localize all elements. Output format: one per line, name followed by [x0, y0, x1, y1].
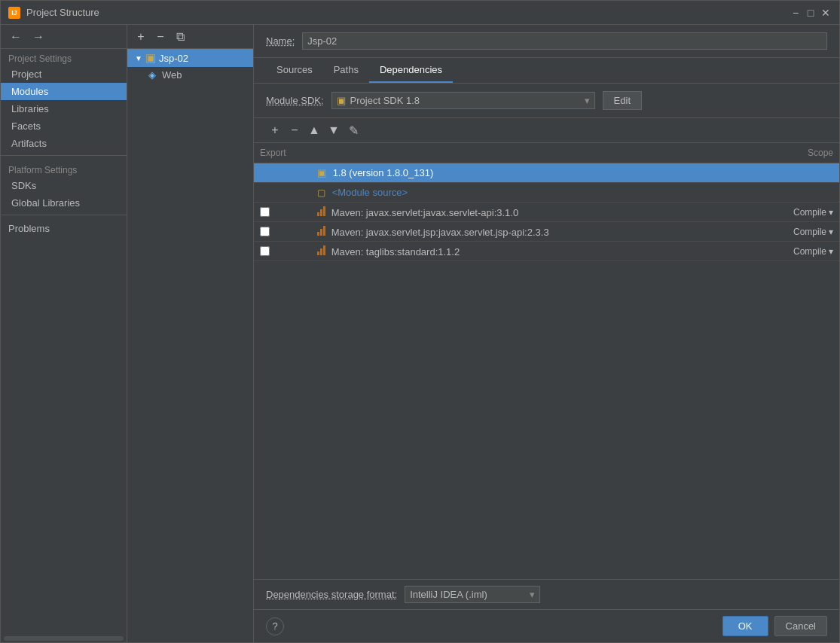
move-up-dep-button[interactable]: ▲: [305, 121, 323, 139]
dep-name-maven1: Maven: javax.servlet:javax.servlet-api:3…: [314, 204, 749, 220]
module-folder-icon: ▣: [145, 51, 156, 65]
sidebar-item-problems[interactable]: Problems: [1, 218, 127, 239]
edit-dep-button[interactable]: ✎: [344, 121, 362, 139]
table-row[interactable]: Maven: taglibs:standard:1.1.2 Compile ▾: [254, 242, 839, 261]
sidebar: ← → Project Settings Project Modules Lib…: [1, 25, 127, 642]
dep-table: Export Scope ▣ 1.8 (version 1.8.0_131): [254, 143, 839, 361]
move-down-dep-button[interactable]: ▼: [325, 121, 343, 139]
sdk-dep-folder-icon: ▣: [317, 167, 326, 178]
tab-paths[interactable]: Paths: [323, 58, 369, 83]
dep-name-maven2: Maven: javax.servlet.jsp:javax.servlet.j…: [314, 224, 749, 239]
dep-scope-maven1[interactable]: Compile ▾: [749, 206, 839, 219]
dep-check-maven1[interactable]: [254, 206, 314, 218]
divider: [1, 155, 127, 156]
module-sdk-row: Module SDK: ▣ Project SDK 1.8 ▾ Edit: [254, 84, 839, 118]
ok-button[interactable]: OK: [722, 616, 768, 636]
window-controls: − □ ✕: [790, 7, 832, 19]
scope-arrow2-icon: ▾: [829, 227, 833, 237]
remove-module-button[interactable]: −: [151, 28, 170, 46]
dep-check-maven2[interactable]: [254, 225, 314, 238]
sidebar-item-facets[interactable]: Facets: [1, 117, 127, 135]
table-header: Export Scope: [254, 143, 839, 163]
sidebar-item-artifacts[interactable]: Artifacts: [1, 135, 127, 152]
maximize-button[interactable]: □: [805, 7, 817, 19]
storage-format-bar: Dependencies storage format: IntelliJ ID…: [254, 579, 839, 609]
module-toolbar: + − ⧉: [127, 25, 253, 49]
dep-name-maven3: Maven: taglibs:standard:1.1.2: [314, 243, 749, 259]
dep-scope-module-source: [749, 191, 839, 194]
title-bar: IJ Project Structure − □ ✕: [1, 1, 839, 25]
scope-arrow3-icon: ▾: [829, 246, 833, 257]
dep-check-sdk: [254, 172, 314, 175]
sidebar-item-sdks[interactable]: SDKs: [1, 177, 127, 194]
edit-sdk-button[interactable]: Edit: [603, 91, 642, 110]
help-button[interactable]: ?: [266, 617, 284, 635]
col-name: [314, 146, 749, 160]
action-bar: ? OK Cancel: [254, 609, 839, 642]
module-tree: ▼ ▣ Jsp-02 ◈ Web: [127, 49, 253, 642]
table-row[interactable]: ▢ <Module source>: [254, 183, 839, 203]
dep-check-maven3[interactable]: [254, 245, 314, 258]
project-structure-window: IJ Project Structure − □ ✕ ← → Project S…: [0, 0, 840, 643]
table-row[interactable]: Maven: javax.servlet.jsp:javax.servlet.j…: [254, 222, 839, 242]
divider2: [1, 215, 127, 215]
dep-scope-maven2[interactable]: Compile ▾: [749, 225, 839, 239]
back-button[interactable]: ←: [7, 29, 25, 45]
maven3-icon: [317, 246, 331, 258]
app-icon: IJ: [8, 7, 20, 19]
sidebar-scrollbar[interactable]: [4, 636, 124, 641]
cancel-button[interactable]: Cancel: [774, 616, 827, 636]
window-title: Project Structure: [26, 7, 790, 18]
add-dep-button[interactable]: +: [266, 121, 284, 139]
dep-scope-sdk: [749, 172, 839, 175]
sidebar-item-project[interactable]: Project: [1, 66, 127, 83]
platform-settings-label: Platform Settings: [1, 159, 127, 177]
remove-dep-button[interactable]: −: [286, 121, 304, 139]
tab-sources[interactable]: Sources: [266, 58, 323, 83]
name-label: Name:: [266, 35, 295, 47]
module-source-icon: ▢: [317, 187, 325, 198]
module-list-panel: + − ⧉ ▼ ▣ Jsp-02 ◈ Web: [127, 25, 254, 642]
module-tree-item-jsp02[interactable]: ▼ ▣ Jsp-02: [127, 49, 253, 67]
table-row[interactable]: Maven: javax.servlet:javax.servlet-api:3…: [254, 203, 839, 222]
scope-arrow-icon: ▾: [829, 207, 833, 218]
dep-name-module-source: ▢ <Module source>: [314, 185, 749, 200]
storage-format-label: Dependencies storage format:: [266, 589, 397, 600]
minimize-button[interactable]: −: [790, 7, 802, 19]
dep-toolbar: + − ▲ ▼ ✎: [254, 118, 839, 143]
name-input[interactable]: [302, 32, 827, 50]
maven1-icon: [317, 207, 331, 218]
sdk-folder-icon: ▣: [337, 95, 346, 106]
col-export: Export: [254, 146, 314, 160]
sidebar-item-global-libraries[interactable]: Global Libraries: [1, 194, 127, 212]
add-module-button[interactable]: +: [132, 28, 150, 46]
copy-module-button[interactable]: ⧉: [171, 28, 189, 46]
sdk-dropdown[interactable]: ▣ Project SDK 1.8 ▾: [331, 92, 595, 109]
tree-arrow-icon: ▼: [135, 54, 142, 62]
dep-checkbox-maven1[interactable]: [260, 207, 270, 217]
nav-bar: ← →: [1, 25, 127, 49]
sidebar-item-libraries[interactable]: Libraries: [1, 100, 127, 117]
sidebar-item-modules[interactable]: Modules: [1, 83, 127, 100]
storage-format-dropdown[interactable]: IntelliJ IDEA (.iml) ▾: [405, 586, 540, 603]
dep-check-module-source: [254, 191, 314, 194]
dep-name-sdk: ▣ 1.8 (version 1.8.0_131): [314, 166, 749, 180]
tab-dependencies[interactable]: Dependencies: [369, 58, 453, 83]
close-button[interactable]: ✕: [820, 7, 832, 19]
dep-checkbox-maven3[interactable]: [260, 246, 270, 256]
forward-button[interactable]: →: [29, 29, 47, 45]
web-icon: ◈: [148, 69, 156, 81]
tabs-bar: Sources Paths Dependencies: [254, 58, 839, 84]
name-row: Name:: [254, 25, 839, 58]
col-scope: Scope: [749, 146, 839, 160]
dep-checkbox-maven2[interactable]: [260, 227, 270, 236]
table-row[interactable]: ▣ 1.8 (version 1.8.0_131): [254, 163, 839, 183]
dropdown-arrow-icon: ▾: [585, 95, 590, 106]
main-content: Name: Sources Paths Dependencies Module …: [254, 25, 839, 642]
project-settings-label: Project Settings: [1, 49, 127, 66]
content-area: ← → Project Settings Project Modules Lib…: [1, 25, 839, 642]
module-tree-item-web[interactable]: ◈ Web: [127, 67, 253, 83]
sdk-label: Module SDK:: [266, 95, 324, 106]
dep-scope-maven3[interactable]: Compile ▾: [749, 245, 839, 258]
storage-dropdown-arrow-icon: ▾: [530, 589, 535, 600]
